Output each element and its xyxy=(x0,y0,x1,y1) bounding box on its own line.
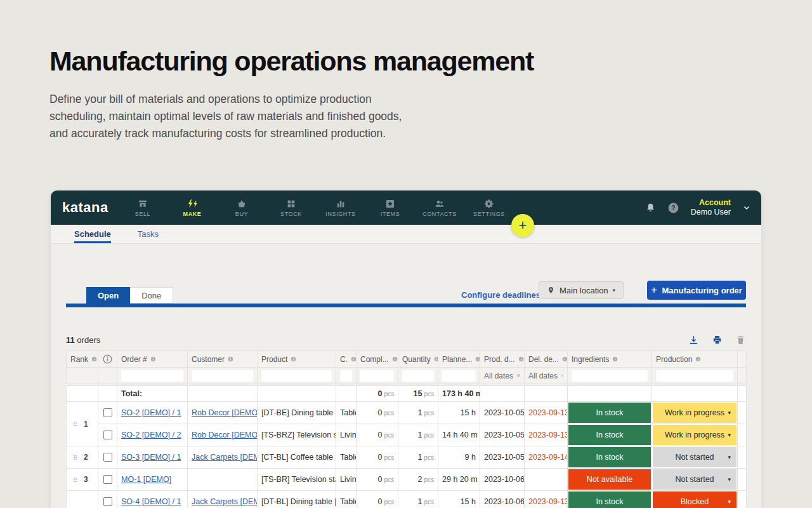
total-quantity: 15pcs xyxy=(398,386,438,402)
order-cell: SO-2 [DEMO] / 2 xyxy=(117,424,188,446)
order-row: SO-2 [DEMO] / 2Rob Decor [DEMO] (S[TS-BR… xyxy=(67,424,747,446)
drag-handle-icon[interactable] xyxy=(72,453,78,462)
filter-input-production[interactable] xyxy=(656,370,733,382)
production-status-dropdown[interactable]: Work in progress▾ xyxy=(653,403,737,423)
quantity-cell: 1pcs xyxy=(398,424,438,446)
filter-cell-c xyxy=(336,368,357,384)
nav-item-settings[interactable]: SETTINGS xyxy=(464,190,514,225)
column-header-planned[interactable]: Planne... xyxy=(438,351,480,368)
column-header-check[interactable] xyxy=(98,351,117,368)
location-dropdown[interactable]: Main location ▾ xyxy=(539,281,624,299)
product-cell: [TS-BRZ] Television st xyxy=(258,424,336,446)
production-cell: Blocked▾ xyxy=(652,491,738,508)
nav-item-contacts[interactable]: CONTACTS xyxy=(415,190,464,225)
filter-input-product[interactable] xyxy=(261,370,332,382)
katana-logo[interactable]: katana xyxy=(62,199,108,216)
print-icon[interactable] xyxy=(712,335,723,345)
filter-input-order[interactable] xyxy=(121,370,183,382)
configure-deadlines-link[interactable]: Configure deadlines xyxy=(461,290,540,300)
column-header-del[interactable]: Del. de... xyxy=(525,351,568,368)
customer-link[interactable]: Rob Decor [DEMO] (S xyxy=(192,431,258,439)
filter-input-compl[interactable] xyxy=(360,370,394,382)
column-header-c[interactable]: C. xyxy=(336,351,357,368)
column-header-rank[interactable]: Rank xyxy=(67,351,98,368)
nav-item-sell[interactable]: SELL xyxy=(118,190,167,225)
filter-date-del[interactable]: All dates xyxy=(528,371,563,380)
customer-link[interactable]: Jack Carpets [DEMO] ( xyxy=(192,497,258,506)
row-checkbox[interactable] xyxy=(103,497,112,506)
column-header-production[interactable]: Production xyxy=(652,351,738,368)
column-header-order[interactable]: Order # xyxy=(117,351,188,368)
info-dot-icon xyxy=(695,356,701,362)
production-status-dropdown[interactable]: Work in progress▾ xyxy=(653,425,737,445)
tab-schedule[interactable]: Schedule xyxy=(74,229,111,243)
ingredients-status-badge: In stock xyxy=(568,491,651,508)
row-checkbox[interactable] xyxy=(103,453,112,462)
nav-item-buy[interactable]: BUY xyxy=(217,190,266,225)
column-header-menu[interactable] xyxy=(738,351,747,368)
notifications-bell-icon[interactable] xyxy=(645,203,656,213)
filter-input-planned[interactable] xyxy=(442,370,476,382)
filter-input-quantity[interactable] xyxy=(402,370,434,382)
production-deadline-cell: 2023-10-05 xyxy=(480,424,525,446)
column-header-prod[interactable]: Prod. d... xyxy=(480,351,525,368)
customer-link[interactable]: Rob Decor [DEMO] (S xyxy=(192,408,258,417)
order-link[interactable]: MO-1 [DEMO] xyxy=(121,475,171,484)
order-link[interactable]: SO-4 [DEMO] / 1 xyxy=(121,497,181,506)
ingredients-cell: In stock xyxy=(568,491,652,508)
column-header-quantity[interactable]: Quantity xyxy=(398,351,438,368)
column-header-product[interactable]: Product xyxy=(258,351,336,368)
dots-vertical-icon[interactable] xyxy=(742,351,742,367)
drag-handle-icon[interactable] xyxy=(72,419,78,429)
filter-cell-planned xyxy=(438,368,480,384)
total-customer xyxy=(188,386,258,402)
production-status-dropdown[interactable]: Not started▾ xyxy=(653,447,737,467)
order-link[interactable]: SO-2 [DEMO] / 1 xyxy=(121,408,181,417)
nav-item-stock[interactable]: STOCK xyxy=(266,190,316,225)
category-cell: Table xyxy=(336,402,357,424)
download-icon[interactable] xyxy=(688,335,699,345)
column-header-customer[interactable]: Customer xyxy=(188,351,258,368)
tab-open[interactable]: Open xyxy=(86,287,130,304)
column-header-compl[interactable]: Compl... xyxy=(357,351,398,368)
filter-date-prod[interactable]: All dates xyxy=(484,371,520,380)
tab-tasks[interactable]: Tasks xyxy=(138,229,159,243)
tab-done[interactable]: Done xyxy=(130,287,173,304)
filter-input-customer[interactable] xyxy=(192,370,253,382)
trash-icon[interactable] xyxy=(735,335,746,345)
customer-link[interactable]: Jack Carpets [DEMO] ( xyxy=(192,453,258,462)
ingredients-cell: In stock xyxy=(568,424,652,446)
chevron-down-icon[interactable] xyxy=(742,203,751,212)
info-dot-icon xyxy=(562,356,567,362)
new-manufacturing-order-button[interactable]: + Manufacturing order xyxy=(647,281,746,300)
production-status-dropdown[interactable]: Blocked▾ xyxy=(653,491,737,508)
nav-item-items[interactable]: ITEMS xyxy=(365,190,415,225)
help-icon[interactable]: ? xyxy=(667,202,679,214)
column-label: Order # xyxy=(121,355,147,364)
delivery-deadline-cell: 2023-09-13 xyxy=(525,491,568,508)
calendar-icon[interactable] xyxy=(517,371,520,380)
quick-add-button[interactable]: + xyxy=(511,214,534,237)
order-link[interactable]: SO-2 [DEMO] / 2 xyxy=(121,431,181,439)
nav-item-label: BUY xyxy=(235,211,248,217)
nav-item-make[interactable]: MAKE xyxy=(167,190,217,225)
column-label: Production xyxy=(656,355,692,364)
calendar-icon[interactable] xyxy=(561,371,563,380)
category-cell: Table xyxy=(336,491,357,508)
column-header-content: Quantity xyxy=(402,355,434,364)
page-subtitle: Define your bill of materials and operat… xyxy=(49,91,658,142)
production-status-dropdown[interactable]: Not started▾ xyxy=(653,469,737,490)
row-checkbox[interactable] xyxy=(103,475,112,484)
account-menu[interactable]: Account Demo User xyxy=(691,198,731,217)
total-planned: 173 h 40 m xyxy=(438,386,480,402)
planned-time-cell: 14 h 40 m xyxy=(438,424,480,446)
nav-item-insights[interactable]: INSIGHTS xyxy=(316,190,365,225)
filter-input-ingredients[interactable] xyxy=(572,370,648,382)
total-label: Total: xyxy=(117,386,188,402)
row-checkbox[interactable] xyxy=(103,431,112,439)
row-checkbox[interactable] xyxy=(103,408,112,417)
order-link[interactable]: SO-3 [DEMO] / 1 xyxy=(121,453,181,462)
filter-input-c[interactable] xyxy=(340,370,352,382)
column-header-ingredients[interactable]: Ingredients xyxy=(568,351,652,368)
drag-handle-icon[interactable] xyxy=(72,475,78,485)
